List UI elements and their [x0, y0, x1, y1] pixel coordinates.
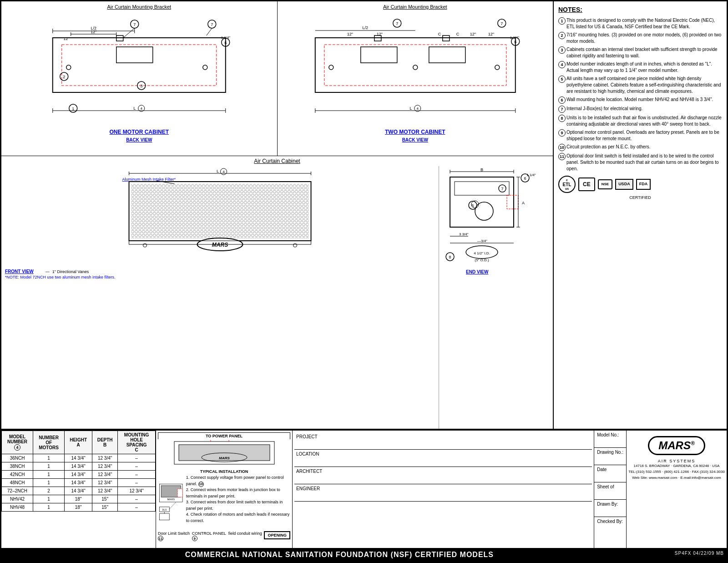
- mars-logo: MARS®: [648, 436, 705, 455]
- note-10-num: 10: [558, 144, 566, 151]
- nse-badge: NSE: [598, 179, 612, 189]
- air-curtain-title: Air Curtain Cabinet: [1, 156, 553, 166]
- svg-point-41: [413, 65, 417, 70]
- svg-text:12": 12": [488, 32, 494, 36]
- svg-text:12": 12": [63, 36, 69, 41]
- table-cell-model: 48NCH: [2, 479, 33, 487]
- opening-label: OPENING: [264, 531, 290, 539]
- mounting-bracket-title-1: Air Curtain Mounting Bracket: [107, 4, 171, 10]
- table-cell-motors: 1: [33, 462, 65, 471]
- svg-text:L: L: [217, 169, 219, 173]
- table-cell-height: 18": [65, 503, 92, 512]
- svg-line-11: [207, 28, 212, 36]
- engineer-label: ENGINEER: [296, 486, 320, 491]
- svg-text:6: 6: [514, 40, 516, 44]
- svg-text:C: C: [456, 32, 459, 36]
- table-cell-model: 38NCH: [2, 462, 33, 471]
- table-row: NHV42118"15"–: [2, 495, 156, 503]
- install-step-4: 4. Check rotation of motors and switch l…: [186, 512, 290, 524]
- footer-bar: COMMERCIAL NATIONAL SANITATION FOUNDATIO…: [1, 548, 727, 562]
- top-diagrams: Air Curtain Mounting Bracket: [1, 1, 553, 156]
- table-cell-spacing: –: [118, 471, 156, 479]
- svg-point-81: [293, 243, 297, 247]
- svg-text:3 3/4": 3 3/4": [459, 232, 469, 236]
- two-motor-title: TWO MOTOR CABINET: [385, 129, 445, 135]
- svg-text:1: 1: [72, 107, 74, 111]
- table-cell-motors: 1: [33, 454, 65, 462]
- note-7-num: 7: [558, 106, 566, 113]
- one-motor-svg: 7 7 6 2 3: [4, 10, 274, 129]
- note-9-text: Optional motor control panel. Overloads …: [566, 129, 722, 142]
- svg-point-40: [329, 65, 333, 70]
- drawn-by-row: Drawn By:: [594, 500, 626, 517]
- mars-address: 14716 S. BROADWAY · GARDENA, CA 90248 · …: [628, 463, 725, 481]
- mounting-bracket-title-2: Air Curtain Mounting Bracket: [383, 4, 447, 10]
- note-1-text: This product is designed to comply with …: [566, 17, 722, 30]
- table-row: 38NCH114 3/4"12 3/4"–: [2, 462, 156, 471]
- svg-text:B: B: [480, 168, 483, 172]
- table-cell-model: 42NCH: [2, 471, 33, 479]
- usda-badge: USDA: [615, 179, 633, 190]
- note-10-text: Circuit protection as per N.E.C. by othe…: [566, 144, 651, 151]
- front-end-views: Air Curtain Cabinet L 4: [1, 156, 553, 429]
- note-star: *NOTE: Model 72NCH use two aluminum mesh…: [3, 274, 437, 280]
- svg-text:3: 3: [140, 84, 142, 88]
- left-panel: Air Curtain Mounting Bracket: [1, 1, 554, 429]
- table-area: MODELNUMBER4 NUMBEROFMOTORS HEIGHTA DEPT…: [1, 431, 156, 548]
- vanes-label: —: [46, 269, 50, 274]
- table-cell-depth: 15": [92, 495, 118, 503]
- ce-badge: CE: [578, 178, 595, 191]
- svg-text:—3/4": —3/4": [477, 239, 487, 243]
- table-row: 48NCH114 3/4"12 3/4"–: [2, 479, 156, 487]
- vanes-text: 1" Directional Vanes: [52, 269, 89, 274]
- drawing-no-row: Drawing No.:: [594, 448, 626, 465]
- note-7-text: Internal J-Box(es) for electrical wiring…: [566, 106, 642, 113]
- note-8: 8 Units is to be installed such that air…: [558, 115, 722, 127]
- install-diagram-top: MARS: [170, 439, 279, 467]
- svg-text:6: 6: [524, 176, 526, 181]
- svg-text:12": 12": [347, 32, 353, 36]
- svg-rect-0: [53, 38, 226, 92]
- end-view-svg: B 6 1 1/4": [441, 168, 541, 268]
- install-steps: 1. Connect supply voltage from power pan…: [186, 475, 290, 524]
- svg-text:4: 4: [416, 107, 419, 111]
- svg-text:L: L: [410, 106, 412, 111]
- svg-text:A: A: [522, 201, 525, 205]
- main-content: Air Curtain Mounting Bracket: [1, 1, 727, 430]
- table-row: 72–2NCH214 3/4"12 3/4"12 3/4": [2, 487, 156, 495]
- fda-badge: FDA: [636, 179, 651, 190]
- table-cell-model: NHV42: [2, 495, 33, 503]
- svg-text:L: L: [133, 106, 136, 111]
- end-view-area: B 6 1 1/4": [439, 166, 553, 429]
- one-motor-title: ONE MOTOR CABINET: [110, 129, 169, 135]
- notes-panel: NOTES: 1 This product is designed to com…: [554, 1, 727, 429]
- back-view-one: BACK VIEW: [126, 137, 152, 142]
- table-row: 36NCH114 3/4"12 3/4"–: [2, 454, 156, 462]
- note-11-text: Optional door limit switch is field inst…: [566, 153, 722, 172]
- door-limit-label: Door Limit Switch: [158, 531, 190, 536]
- front-view-svg: L 4 Aluminum Mesh Intake Filter*: [3, 168, 437, 268]
- two-motor-svg: 7 7 6 L/2 12" 12" C C 12": [280, 10, 551, 129]
- two-motor-diagram: Air Curtain Mounting Bracket: [278, 1, 553, 156]
- table-cell-height: 18": [65, 495, 92, 503]
- table-cell-height: 14 3/4": [65, 479, 92, 487]
- certified-label: CERTIFIED: [558, 195, 722, 201]
- table-row: NHV48118"15"–: [2, 503, 156, 512]
- table-row: 42NCH114 3/4"12 3/4"–: [2, 471, 156, 479]
- architect-row: ARCHITECT: [294, 467, 592, 484]
- note-5-text: All units have a self contained one piec…: [566, 76, 722, 95]
- table-cell-spacing: 12 3/4": [118, 487, 156, 495]
- svg-rect-38: [360, 47, 397, 63]
- svg-text:7: 7: [500, 21, 503, 26]
- col-depth: DEPTHB: [92, 431, 118, 454]
- table-cell-height: 14 3/4": [65, 487, 92, 495]
- svg-text:1 1/4": 1 1/4": [510, 36, 519, 40]
- end-view-label: END VIEW: [466, 269, 488, 274]
- install-step-3: 3. Connect wires from door limit switch …: [186, 499, 290, 512]
- note-4: 4 Model number indicates length of unit …: [558, 61, 722, 74]
- project-label: PROJECT: [296, 434, 318, 439]
- svg-text:MARS: MARS: [212, 242, 228, 248]
- svg-point-80: [143, 243, 147, 247]
- table-cell-motors: 1: [33, 471, 65, 479]
- note-3-text: Cabinets contain an internal steel brack…: [566, 46, 722, 59]
